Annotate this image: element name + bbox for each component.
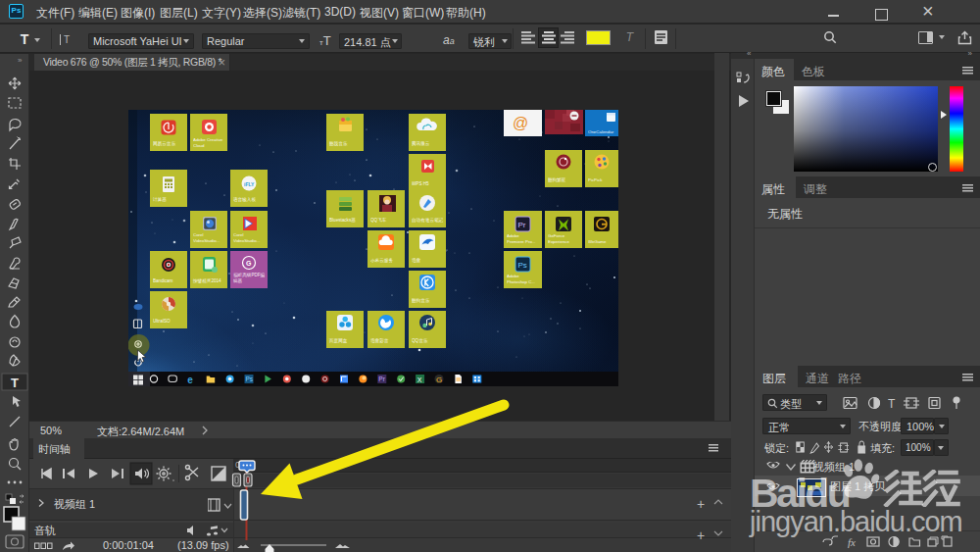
svg-text:WPS H5: WPS H5 xyxy=(412,181,429,186)
svg-text:Adobe: Adobe xyxy=(507,233,519,238)
svg-text:T: T xyxy=(888,397,896,410)
svg-text:迅雷: 迅雷 xyxy=(412,257,421,263)
svg-text:Bluestacks器: Bluestacks器 xyxy=(329,218,356,223)
svg-text:Corel: Corel xyxy=(193,232,204,237)
svg-text:X: X xyxy=(417,376,422,383)
svg-text:Photoshop C...: Photoshop C... xyxy=(507,279,535,284)
svg-text:Bandicam: Bandicam xyxy=(153,278,173,283)
svg-text:»: » xyxy=(18,56,23,65)
svg-text:Experience: Experience xyxy=(548,239,570,244)
svg-text:计算器: 计算器 xyxy=(152,197,167,202)
svg-text:OneCalendar: OneCalendar xyxy=(588,129,614,134)
svg-text:VideoStudio...: VideoStudio... xyxy=(193,238,220,243)
svg-text:VideoStudio...: VideoStudio... xyxy=(233,238,260,243)
svg-text:QQ飞车: QQ飞车 xyxy=(370,218,387,223)
svg-text:Pr: Pr xyxy=(518,221,526,229)
svg-text:T: T xyxy=(11,376,19,390)
svg-text:Ps: Ps xyxy=(246,376,254,382)
svg-text:迅雷影音: 迅雷影音 xyxy=(370,337,389,344)
svg-text:Pr: Pr xyxy=(378,376,385,382)
svg-text:iFLY: iFLY xyxy=(244,181,255,187)
svg-text:腾讯微云: 腾讯微云 xyxy=(412,140,430,147)
svg-text:Corel: Corel xyxy=(233,232,244,237)
svg-text:PicPick: PicPick xyxy=(588,177,603,182)
svg-text:辑器: 辑器 xyxy=(233,278,243,283)
svg-text:@: @ xyxy=(513,115,528,131)
svg-text:语音输入板: 语音输入板 xyxy=(233,196,256,203)
svg-text:Cloud: Cloud xyxy=(193,143,205,148)
svg-text:Adobe: Adobe xyxy=(507,274,519,278)
svg-text:WeGame: WeGame xyxy=(588,239,607,244)
svg-text:Premiere Pro...: Premiere Pro... xyxy=(507,239,536,244)
svg-text:自动有道云笔记: 自动有道云笔记 xyxy=(412,217,444,223)
svg-text:Ps: Ps xyxy=(518,261,527,270)
svg-text:fx: fx xyxy=(848,536,856,548)
svg-text:e: e xyxy=(187,375,193,385)
svg-text:UltraISO: UltraISO xyxy=(153,319,171,324)
svg-text:G: G xyxy=(436,376,442,384)
svg-text:Adobe Creative: Adobe Creative xyxy=(193,137,223,142)
svg-text:按键精灵2014: 按键精灵2014 xyxy=(192,277,221,284)
svg-text:GeForce: GeForce xyxy=(548,233,565,238)
svg-text:G: G xyxy=(246,260,252,267)
